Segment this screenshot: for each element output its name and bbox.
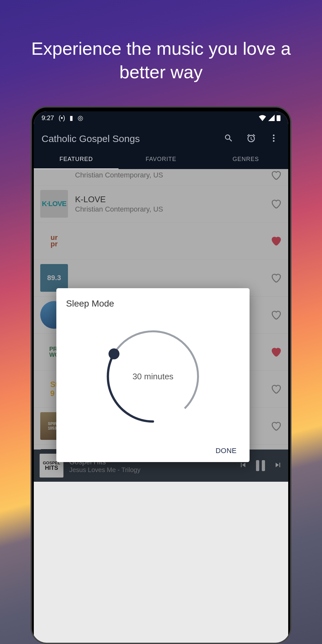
sleep-mode-dialog: Sleep Mode 30 minutes DONE xyxy=(56,288,250,462)
tab-featured[interactable]: FEATURED xyxy=(34,156,118,169)
list-item[interactable]: K·LOVE K-LOVE Christian Contemporary, US xyxy=(34,185,288,223)
dnd-icon: ◎ xyxy=(78,114,83,122)
marketing-headline: Experience the music you love a better w… xyxy=(0,0,322,84)
pause-icon[interactable] xyxy=(256,460,265,471)
search-icon[interactable] xyxy=(224,133,233,144)
dialog-title: Sleep Mode xyxy=(66,298,240,309)
station-logo: K·LOVE xyxy=(40,190,68,218)
status-bar: 9:27 (•) ▮ ◎ xyxy=(34,111,288,124)
favorite-toggle[interactable] xyxy=(271,235,282,246)
app-header: Catholic Gospel Songs xyxy=(34,124,288,147)
favorite-toggle[interactable] xyxy=(271,272,282,283)
list-item[interactable]: urpr xyxy=(34,223,288,260)
svg-rect-0 xyxy=(277,115,280,121)
station-list-container: Christian Contemporary, US K·LOVE K-LOVE… xyxy=(34,169,288,482)
svg-point-2 xyxy=(273,137,275,139)
svg-point-5 xyxy=(109,348,119,359)
dial-value-label: 30 minutes xyxy=(132,372,173,382)
station-meta: Christian Contemporary, US xyxy=(75,171,264,179)
list-item[interactable]: Christian Contemporary, US xyxy=(34,169,288,185)
svg-point-1 xyxy=(273,135,275,136)
station-logo: urpr xyxy=(40,227,68,255)
skip-next-icon[interactable] xyxy=(273,460,282,471)
alarm-icon[interactable] xyxy=(246,133,256,144)
station-meta: Christian Contemporary, US xyxy=(75,205,264,213)
svg-point-3 xyxy=(273,140,275,142)
favorite-toggle[interactable] xyxy=(271,421,282,431)
sd-card-icon: ▮ xyxy=(70,114,73,122)
battery-icon xyxy=(277,115,280,121)
broadcast-icon: (•) xyxy=(59,114,65,122)
done-button[interactable]: DONE xyxy=(215,447,237,455)
more-icon[interactable] xyxy=(269,133,279,144)
favorite-toggle[interactable] xyxy=(271,309,282,320)
tab-genres[interactable]: GENRES xyxy=(204,156,288,169)
signal-icon xyxy=(268,115,275,121)
sleep-timer-dial[interactable]: 30 minutes xyxy=(98,322,208,431)
player-subtitle: Jesus Loves Me - Trilogy xyxy=(69,466,233,474)
favorite-toggle[interactable] xyxy=(271,198,282,209)
app-title: Catholic Gospel Songs xyxy=(42,133,140,144)
tab-bar: FEATURED FAVORITE GENRES xyxy=(34,147,288,169)
favorite-toggle[interactable] xyxy=(271,384,282,394)
favorite-toggle[interactable] xyxy=(271,170,282,181)
station-logo: 89.3 xyxy=(40,264,68,292)
station-name: K-LOVE xyxy=(75,194,264,204)
tab-favorite[interactable]: FAVORITE xyxy=(118,156,203,169)
status-time: 9:27 xyxy=(42,114,54,122)
phone-frame: 9:27 (•) ▮ ◎ Catholic Gospel Songs FEATU… xyxy=(31,106,291,644)
favorite-toggle[interactable] xyxy=(271,346,282,357)
wifi-icon xyxy=(259,115,266,121)
